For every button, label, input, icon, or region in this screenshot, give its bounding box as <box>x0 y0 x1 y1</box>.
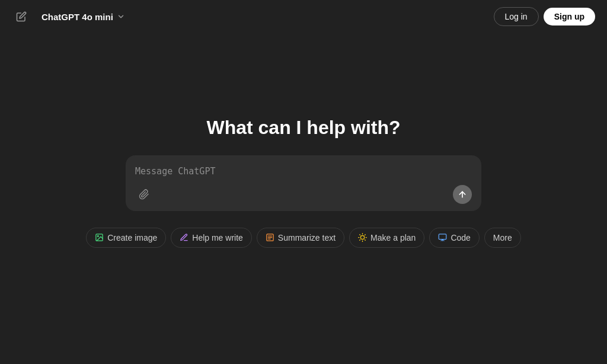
input-toolbar <box>135 185 472 204</box>
main-heading: What can I help with? <box>206 117 400 139</box>
svg-rect-16 <box>439 234 447 240</box>
svg-line-11 <box>365 240 366 240</box>
svg-point-7 <box>360 235 364 239</box>
main-content: What can I help with? <box>0 0 607 364</box>
svg-line-15 <box>365 235 366 235</box>
summarize-icon <box>266 233 274 242</box>
make-plan-icon <box>358 233 367 242</box>
login-button[interactable]: Log in <box>494 7 539 26</box>
svg-line-10 <box>360 235 360 235</box>
header: ChatGPT 4o mini Log in Sign up <box>0 0 607 33</box>
attach-button[interactable] <box>135 186 153 203</box>
chip-help-write-label: Help me write <box>192 233 243 242</box>
chip-make-plan[interactable]: Make a plan <box>349 228 424 248</box>
chip-more-label: More <box>493 233 512 242</box>
chip-summarize[interactable]: Summarize text <box>257 228 344 248</box>
chip-make-plan-label: Make a plan <box>370 233 416 242</box>
suggestion-chips: Create image Help me write Summarize <box>86 228 521 248</box>
chevron-down-icon <box>117 12 125 21</box>
send-button[interactable] <box>453 185 472 204</box>
chip-code[interactable]: Code <box>429 228 479 248</box>
chip-create-image[interactable]: Create image <box>86 228 166 248</box>
chip-help-write[interactable]: Help me write <box>171 228 252 248</box>
message-input[interactable] <box>135 165 472 179</box>
input-container <box>126 155 481 211</box>
svg-line-14 <box>360 240 360 240</box>
model-name: ChatGPT 4o mini <box>41 12 113 22</box>
code-icon <box>438 233 447 242</box>
new-chat-button[interactable] <box>12 7 31 26</box>
paperclip-icon <box>139 189 149 200</box>
chip-code-label: Code <box>451 233 470 242</box>
svg-point-2 <box>98 235 99 237</box>
create-image-icon <box>95 233 104 242</box>
model-selector[interactable]: ChatGPT 4o mini <box>37 9 130 24</box>
send-icon <box>458 190 467 199</box>
header-left: ChatGPT 4o mini <box>12 7 130 26</box>
chip-create-image-label: Create image <box>107 233 157 242</box>
header-right: Log in Sign up <box>494 7 595 26</box>
help-write-icon <box>180 233 189 242</box>
chip-summarize-label: Summarize text <box>278 233 336 242</box>
signup-button[interactable]: Sign up <box>544 8 595 25</box>
chip-more[interactable]: More <box>484 228 521 248</box>
